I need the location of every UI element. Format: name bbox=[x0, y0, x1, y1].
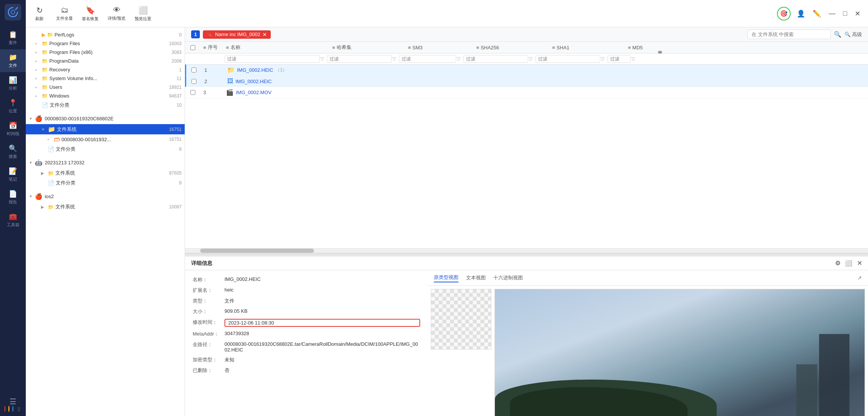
maximize-button[interactable]: □ bbox=[841, 8, 849, 19]
tree-item-windows[interactable]: + 📁 Windows 94637 bbox=[26, 91, 185, 100]
filter-hash-cell[interactable]: ▽ bbox=[325, 55, 397, 63]
detail-panel-icon[interactable]: ⬜ bbox=[845, 260, 852, 267]
th-sha1[interactable]: ≡ SHA1 bbox=[549, 45, 625, 50]
tree-item-program-files[interactable]: + 📁 Program Files 16003 bbox=[26, 39, 185, 48]
filter-close-icon[interactable]: ✕ bbox=[262, 32, 267, 38]
th-seq[interactable]: ≡ 序号 bbox=[200, 44, 223, 51]
sign-restore-button[interactable]: 🔖 签名恢复 bbox=[82, 6, 99, 22]
file-link-1[interactable]: IMG_0002.HEIC bbox=[237, 67, 273, 73]
refresh-label: 刷新 bbox=[35, 16, 44, 22]
tree-item-fs-sub-1[interactable]: + 🗃 00008030-00161932... 16751 bbox=[26, 134, 185, 144]
sidebar-item-cases[interactable]: 📋 案件 bbox=[0, 27, 26, 49]
filter-tag[interactable]: 🔖 Name inc IMG_0002 ✕ bbox=[203, 30, 271, 39]
table-row[interactable]: 2 🖼 IMG_0002.HEIC bbox=[185, 76, 868, 87]
filter-sha256-cell[interactable]: ▽ bbox=[462, 55, 534, 63]
th-check[interactable] bbox=[185, 45, 200, 50]
file-view-button[interactable]: 🗂 文件全显 bbox=[56, 6, 73, 21]
th-hash[interactable]: ≡ 哈希集 bbox=[329, 44, 405, 51]
main-area: ↻ 刷新 🗂 文件全显 🔖 签名恢复 👁 详情/预览 ⬜ 预览位置 🎯 👤 ✏️… bbox=[26, 0, 868, 416]
filter-funnel-icon[interactable]: ▽ bbox=[631, 56, 635, 61]
sidebar-item-files[interactable]: 📁 文件 bbox=[0, 49, 26, 72]
target-button[interactable]: 🎯 bbox=[777, 7, 791, 20]
detail-close-icon[interactable]: ✕ bbox=[857, 260, 862, 267]
tree-item-system-volume[interactable]: + 📁 System Volume Info... 11 bbox=[26, 74, 185, 83]
sidebar-item-location[interactable]: 📍 位置 bbox=[0, 95, 26, 118]
detail-button[interactable]: 👁 详情/预览 bbox=[108, 6, 126, 21]
sidebar-item-search[interactable]: 🔍 搜索 bbox=[0, 140, 26, 163]
refresh-button[interactable]: ↻ 刷新 bbox=[32, 6, 47, 22]
filter-sha1-input[interactable] bbox=[535, 55, 600, 63]
tree-item-program-files-x86[interactable]: + 📁 Program Files (x86) 3083 bbox=[26, 48, 185, 57]
advanced-button[interactable]: 🔍 高级 bbox=[844, 31, 862, 38]
detail-row-fullpath: 全路径： 00008030-001619320C68802E.tar/Camer… bbox=[193, 341, 420, 353]
detail-settings-icon[interactable]: ⚙ bbox=[835, 260, 840, 267]
external-link-icon[interactable]: ↗ bbox=[857, 275, 862, 281]
tree-count: 94637 bbox=[169, 93, 182, 99]
sidebar-item-report[interactable]: 📄 报告 bbox=[0, 186, 26, 209]
tree-item-file-category-1[interactable]: 📄 文件分类 10 bbox=[26, 100, 185, 110]
th-sha256-label: SHA256 bbox=[481, 45, 499, 50]
user-button[interactable]: 👤 bbox=[795, 8, 807, 19]
filter-sm3-cell[interactable]: ▽ bbox=[397, 55, 462, 63]
tree-item-filesystem-2[interactable]: ▶ 📁 文件系统 87605 bbox=[26, 168, 185, 178]
filter-funnel-icon[interactable]: ▽ bbox=[392, 56, 396, 61]
minimize-button[interactable]: — bbox=[827, 8, 837, 19]
filter-hash-input[interactable] bbox=[327, 55, 392, 63]
sidebar-item-tools[interactable]: 🧰 工具箱 bbox=[0, 209, 26, 232]
preview-tab-text[interactable]: 文本视图 bbox=[466, 274, 486, 282]
th-sm3[interactable]: ≡ SM3 bbox=[405, 45, 473, 50]
filter-funnel-icon[interactable]: ▽ bbox=[320, 56, 324, 61]
th-name[interactable]: ≡ 名称 bbox=[223, 44, 329, 51]
toolbar: ↻ 刷新 🗂 文件全显 🔖 签名恢复 👁 详情/预览 ⬜ 预览位置 🎯 👤 ✏️… bbox=[26, 0, 868, 27]
tree-item-recovery[interactable]: + 📁 Recovery 1 bbox=[26, 65, 185, 74]
tree-label: System Volume Info... bbox=[49, 76, 175, 81]
table-body: 1 📁 IMG_0002.HEIC （1） bbox=[185, 65, 868, 248]
sidebar-item-analysis[interactable]: 📊 分析 bbox=[0, 72, 26, 95]
tree-item-file-category-2[interactable]: 📄 文件分类 8 bbox=[26, 144, 185, 154]
filter-name-cell[interactable]: ▽ bbox=[223, 55, 325, 63]
row-name-1[interactable]: 📁 IMG_0002.HEIC （1） bbox=[224, 66, 330, 74]
device-header-20231213[interactable]: ▼ 🤖 20231213 172032 bbox=[26, 157, 185, 168]
tree-item-perflogs[interactable]: ▶ 📁 PerfLogs 0 bbox=[26, 30, 185, 39]
sidebar-item-notes[interactable]: 📝 笔记 bbox=[0, 163, 26, 186]
file-link-2[interactable]: IMG_0002.HEIC bbox=[235, 79, 272, 84]
filter-funnel-icon[interactable]: ▽ bbox=[601, 56, 604, 61]
horizontal-scrollbar[interactable] bbox=[185, 248, 868, 253]
th-sha256[interactable]: ≡ SHA256 bbox=[473, 45, 549, 50]
filter-name-input[interactable] bbox=[224, 55, 320, 63]
filter-md5-input[interactable] bbox=[607, 55, 631, 63]
row-checkbox-3[interactable] bbox=[185, 90, 200, 95]
filter-funnel-icon[interactable]: ▽ bbox=[529, 56, 532, 61]
row-checkbox-2[interactable] bbox=[186, 79, 201, 84]
select-all-checkbox[interactable] bbox=[190, 45, 195, 50]
row-name-2[interactable]: 🖼 IMG_0002.HEIC bbox=[224, 78, 330, 85]
tree-item-filesystem-1[interactable]: ▼ 📁 文件系统 16751 bbox=[26, 124, 185, 134]
filter-funnel-icon[interactable]: ▽ bbox=[457, 56, 460, 61]
tree-item-users[interactable]: + 📁 Users 18921 bbox=[26, 83, 185, 91]
sidebar-item-timeline[interactable]: 📅 时间线 bbox=[0, 118, 26, 140]
preview-tab-original[interactable]: 原类型视图 bbox=[434, 273, 458, 282]
preview-tab-hex[interactable]: 十六进制视图 bbox=[493, 274, 523, 282]
close-button[interactable]: ✕ bbox=[853, 8, 862, 19]
th-md5[interactable]: ≡ MD5 bbox=[625, 45, 655, 50]
filter-sm3-input[interactable] bbox=[399, 55, 456, 63]
pen-button[interactable]: ✏️ bbox=[811, 8, 822, 19]
tree-item-file-category-3[interactable]: 📄 文件分类 8 bbox=[26, 178, 185, 188]
filter-sha256-input[interactable] bbox=[463, 55, 528, 63]
preview-pos-button[interactable]: ⬜ 预览位置 bbox=[135, 6, 151, 22]
row-checkbox-1[interactable] bbox=[186, 68, 201, 72]
search-button[interactable]: 🔍 bbox=[834, 31, 841, 38]
tree-item-filesystem-3[interactable]: ▶ 📁 文件系统 10087 bbox=[26, 202, 185, 212]
file-link-3[interactable]: IMG_0002.MOV bbox=[236, 90, 272, 95]
table-row[interactable]: 1 📁 IMG_0002.HEIC （1） bbox=[185, 65, 868, 76]
folder-icon: 📁 bbox=[48, 170, 54, 176]
filter-sha1-cell[interactable]: ▽ bbox=[534, 55, 606, 63]
filter-md5-cell[interactable]: ▽ bbox=[606, 55, 636, 63]
search-input[interactable] bbox=[747, 30, 831, 39]
tree-item-programdata[interactable]: + 📁 ProgramData 2008 bbox=[26, 57, 185, 65]
device-header-00008030[interactable]: ▼ 🍎 00008030-001619320C68802E bbox=[26, 113, 185, 124]
row-name-3[interactable]: 🎬 IMG_0002.MOV bbox=[223, 89, 329, 96]
device-header-ios2[interactable]: ▼ 🍎 ios2 bbox=[26, 191, 185, 202]
scrollbar-thumb[interactable] bbox=[200, 249, 314, 253]
table-row[interactable]: 3 🎬 IMG_0002.MOV bbox=[185, 87, 868, 98]
